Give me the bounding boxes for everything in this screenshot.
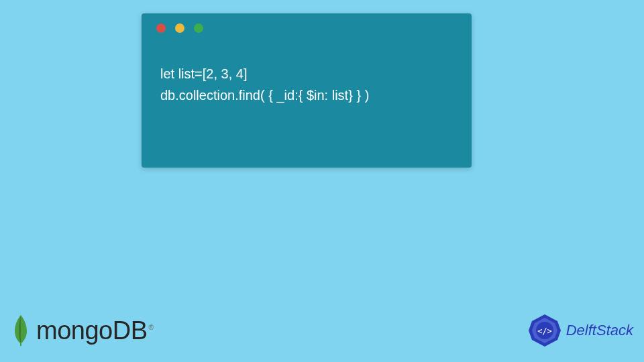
mongodb-label: mongoDB [36, 316, 147, 345]
close-dot-icon [156, 23, 166, 33]
code-body: let list=[2, 3, 4] db.collection.find( {… [142, 43, 472, 126]
code-line-2: db.collection.find( { _id:{ $in: list} }… [160, 84, 453, 106]
maximize-dot-icon [194, 23, 203, 33]
minimize-dot-icon [175, 23, 184, 33]
svg-text:</>: </> [537, 326, 552, 336]
footer: mongoDB® </> DelftStack [0, 307, 644, 354]
code-line-1: let list=[2, 3, 4] [160, 63, 453, 84]
delft-label-second: Stack [596, 322, 633, 339]
delftstack-badge-icon: </> [527, 313, 562, 348]
mongodb-trademark: ® [148, 324, 153, 331]
mongodb-text: mongoDB® [36, 316, 153, 345]
mongodb-logo: mongoDB® [11, 314, 153, 347]
delftstack-logo: </> DelftStack [527, 313, 633, 348]
mongodb-leaf-icon [11, 314, 31, 347]
delft-label-first: Delft [566, 322, 596, 339]
delftstack-text: DelftStack [566, 322, 633, 339]
code-window: let list=[2, 3, 4] db.collection.find( {… [142, 13, 472, 168]
window-titlebar [142, 13, 472, 43]
